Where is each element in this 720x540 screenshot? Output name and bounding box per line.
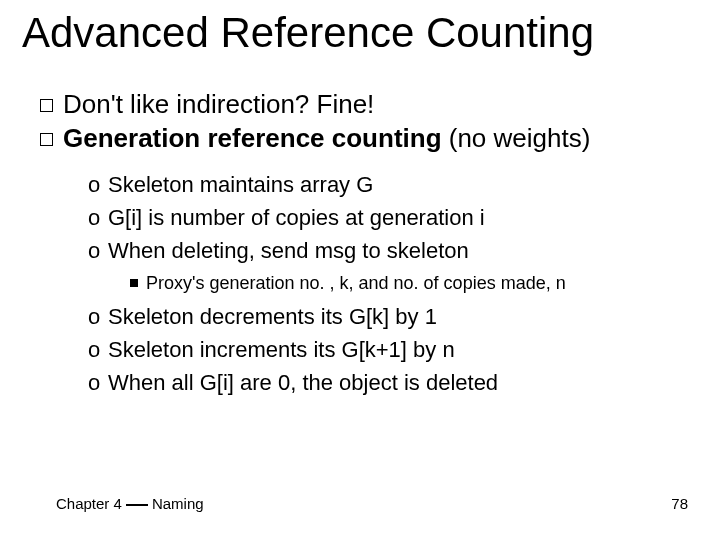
footer-chapter-name: Naming xyxy=(152,495,204,512)
sub-item-4-text: Skeleton decrements its G[k] by 1 xyxy=(108,304,437,329)
sub-item-3-text: When deleting, send msg to skeleton xyxy=(108,238,469,263)
square-bullet-icon xyxy=(40,99,53,112)
circle-marker: o xyxy=(88,168,108,201)
sub-list-a: oSkeleton maintains array G oG[i] is num… xyxy=(88,168,485,267)
sub-list-b: oSkeleton decrements its G[k] by 1 oSkel… xyxy=(88,300,498,399)
sub-item-1-text: Skeleton maintains array G xyxy=(108,172,373,197)
bullet-2-bold: Generation reference counting xyxy=(63,123,442,153)
bullet-2-rest: (no weights) xyxy=(442,123,591,153)
circle-marker: o xyxy=(88,234,108,267)
circle-marker: o xyxy=(88,366,108,399)
bullet-1: Don't like indirection? Fine! xyxy=(40,90,374,120)
sub-item-2: oG[i] is number of copies at generation … xyxy=(88,201,485,234)
sub-item-5: oSkeleton increments its G[k+1] by n xyxy=(88,333,498,366)
circle-marker: o xyxy=(88,333,108,366)
circle-marker: o xyxy=(88,300,108,333)
slide-title: Advanced Reference Counting xyxy=(22,10,594,56)
subsub-item: Proxy's generation no. , k, and no. of c… xyxy=(130,273,566,295)
sub-item-4: oSkeleton decrements its G[k] by 1 xyxy=(88,300,498,333)
slide: Advanced Reference Counting Don't like i… xyxy=(0,0,720,540)
footer-chapter: Chapter 4Naming xyxy=(56,495,204,512)
bullet-1-text: Don't like indirection? Fine! xyxy=(63,89,374,119)
circle-marker: o xyxy=(88,201,108,234)
sub-item-6: oWhen all G[i] are 0, the object is dele… xyxy=(88,366,498,399)
bullet-2: Generation reference counting (no weight… xyxy=(40,124,590,154)
sub-item-3: oWhen deleting, send msg to skeleton xyxy=(88,234,485,267)
sub-item-6-text: When all G[i] are 0, the object is delet… xyxy=(108,370,498,395)
subsub-text: Proxy's generation no. , k, and no. of c… xyxy=(146,273,566,293)
footer-page-number: 78 xyxy=(671,495,688,512)
square-bullet-icon xyxy=(40,133,53,146)
sub-item-2-text: G[i] is number of copies at generation i xyxy=(108,205,485,230)
sub-item-5-text: Skeleton increments its G[k+1] by n xyxy=(108,337,455,362)
filled-square-icon xyxy=(130,279,138,287)
sub-item-1: oSkeleton maintains array G xyxy=(88,168,485,201)
emdash-icon xyxy=(126,504,148,506)
footer-chapter-num: Chapter 4 xyxy=(56,495,122,512)
